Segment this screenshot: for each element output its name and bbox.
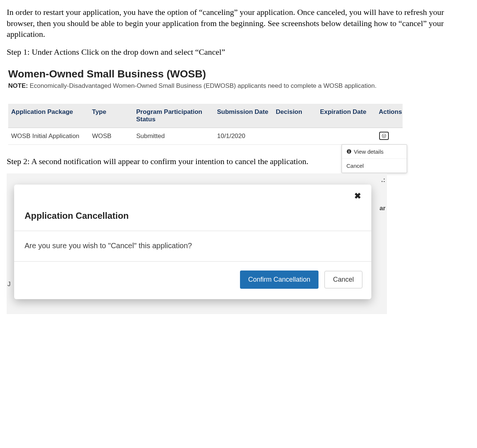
cell-type: WOSB — [89, 128, 133, 144]
actions-dropdown-toggle[interactable] — [379, 132, 389, 140]
cell-actions: View details Cancel — [376, 128, 403, 144]
actions-dropdown-menu: View details Cancel — [342, 144, 407, 173]
col-submission-date: Submission Date — [214, 104, 273, 128]
cell-application-package: WOSB Initial Application — [8, 128, 89, 144]
screenshot-1: Women-Owned Small Business (WOSB) NOTE: … — [7, 64, 470, 145]
note-label: NOTE: — [8, 82, 28, 89]
cell-submission-date: 10/1/2020 — [214, 128, 273, 144]
col-expiration-date: Expiration Date — [317, 104, 376, 128]
col-decision: Decision — [273, 104, 317, 128]
cell-expiration — [317, 128, 376, 137]
cell-pps: Submitted — [133, 128, 214, 144]
cutoff-fragment: ar — [380, 205, 385, 212]
col-actions: Actions — [376, 104, 403, 128]
dropdown-item-cancel[interactable]: Cancel — [342, 159, 407, 173]
col-application-package: Application Package — [8, 104, 89, 128]
table-header-row: Application Package Type Program Partici… — [8, 104, 403, 128]
wosb-heading: Women-Owned Small Business (WOSB) — [8, 68, 470, 80]
screenshot-2: .: ar J ✖ Application Cancellation Are y… — [7, 173, 387, 314]
dropdown-item-label: Cancel — [346, 163, 364, 169]
svg-rect-3 — [349, 151, 349, 153]
cancellation-modal: ✖ Application Cancellation Are you sure … — [14, 185, 371, 299]
modal-body-text: Are you sure you wish to "Cancel" this a… — [25, 241, 192, 250]
confirm-cancellation-button[interactable]: Confirm Cancellation — [240, 271, 318, 289]
cutoff-fragment: .: — [381, 176, 385, 184]
intro-paragraph: In order to restart your application, yo… — [7, 7, 470, 40]
step-1-text: Step 1: Under Actions Click on the drop … — [7, 47, 470, 58]
table-row: WOSB Initial Application WOSB Submitted … — [8, 128, 403, 145]
col-program-participation-status: Program Participation Status — [133, 104, 214, 128]
svg-point-2 — [349, 150, 349, 151]
wosb-note: NOTE: Economically-Disadvantaged Women-O… — [8, 82, 470, 90]
modal-body: Are you sure you wish to "Cancel" this a… — [14, 231, 371, 262]
note-body: Economically-Disadvantaged Women-Owned S… — [30, 82, 377, 89]
info-icon — [346, 149, 352, 154]
cancel-button[interactable]: Cancel — [324, 271, 362, 288]
close-icon[interactable]: ✖ — [354, 192, 361, 200]
chevron-down-icon — [382, 134, 386, 138]
col-type: Type — [89, 104, 133, 128]
applications-table: Application Package Type Program Partici… — [8, 104, 403, 145]
cutoff-fragment: J — [7, 281, 11, 288]
modal-header: Application Cancellation — [14, 185, 371, 231]
cell-decision — [273, 128, 317, 137]
svg-point-0 — [382, 134, 386, 138]
modal-title: Application Cancellation — [25, 211, 361, 221]
modal-footer: Confirm Cancellation Cancel — [14, 262, 371, 299]
dropdown-item-label: View details — [354, 148, 384, 155]
dropdown-item-view-details[interactable]: View details — [342, 145, 407, 159]
